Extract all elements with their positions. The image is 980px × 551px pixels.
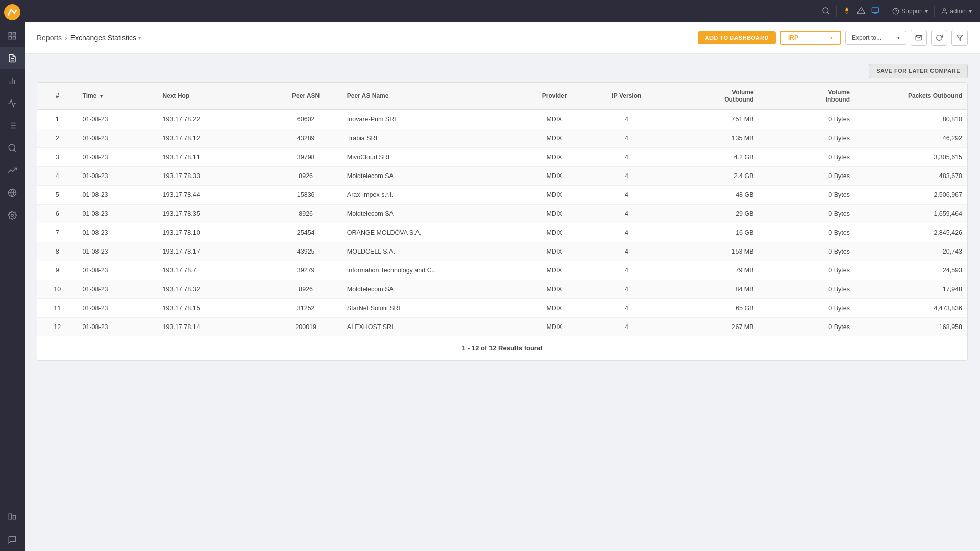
cell-pktout: 2,845,426	[855, 223, 967, 242]
cell-time: 01-08-23	[78, 205, 158, 223]
cell-nexthop: 193.17.78.12	[158, 129, 270, 148]
svg-point-32	[943, 9, 946, 11]
sidebar-item-globe[interactable]	[0, 182, 24, 204]
breadcrumb-reports[interactable]: Reports	[37, 34, 62, 42]
sidebar-item-reports[interactable]	[0, 47, 24, 69]
svg-rect-2	[13, 32, 16, 35]
cell-volin: 0 Bytes	[759, 167, 855, 186]
cell-pktout: 3,305,615	[855, 148, 967, 167]
cell-provider: MDIX	[518, 205, 590, 223]
sidebar-item-analytics[interactable]	[0, 69, 24, 92]
refresh-button[interactable]	[931, 30, 947, 46]
svg-rect-27	[872, 8, 879, 12]
svg-rect-1	[9, 32, 11, 35]
cell-peerasn: 31252	[270, 299, 341, 318]
cell-volout: 153 MB	[663, 242, 758, 261]
cell-peername: Inovare-Prim SRL	[342, 110, 519, 129]
breadcrumb-separator: ›	[65, 34, 67, 42]
col-header-ipver: IP Version	[591, 83, 663, 110]
sidebar-item-compare[interactable]	[0, 506, 24, 529]
cell-peerasn: 8926	[270, 280, 341, 299]
cell-num: 1	[37, 110, 78, 129]
cell-volout: 16 GB	[663, 223, 758, 242]
cell-pktout: 46,292	[855, 129, 967, 148]
export-button[interactable]: Export to... ▾	[845, 31, 906, 45]
cell-volin: 0 Bytes	[759, 186, 855, 205]
admin-menu[interactable]: admin ▾	[941, 8, 972, 15]
support-button[interactable]: Support ▾	[892, 8, 928, 15]
col-header-time[interactable]: Time ▾	[78, 83, 158, 110]
email-button[interactable]	[911, 30, 927, 46]
cell-num: 2	[37, 129, 78, 148]
cell-pktout: 4,473,836	[855, 299, 967, 318]
monitor-icon[interactable]	[871, 7, 879, 16]
save-compare-bar: SAVE FOR LATER COMPARE	[37, 64, 968, 78]
cell-nexthop: 193.17.78.17	[158, 242, 270, 261]
col-header-peerasn: Peer ASN	[270, 83, 341, 110]
svg-rect-22	[13, 515, 16, 519]
svg-rect-21	[9, 514, 11, 519]
cell-time: 01-08-23	[78, 129, 158, 148]
cell-provider: MDIX	[518, 261, 590, 280]
cell-time: 01-08-23	[78, 110, 158, 129]
cell-volout: 2.4 GB	[663, 167, 758, 186]
table-row: 9 01-08-23 193.17.78.7 39279 Information…	[37, 261, 967, 280]
cell-peerasn: 43289	[270, 129, 341, 148]
svg-line-17	[14, 149, 15, 151]
add-to-dashboard-button[interactable]: ADD TO DASHBOARD	[698, 31, 776, 44]
topnav-icons: Support ▾ admin ▾	[822, 6, 972, 17]
col-header-provider: Provider	[518, 83, 590, 110]
cell-peername: Information Technology and C...	[342, 261, 519, 280]
cell-provider: MDIX	[518, 186, 590, 205]
search-icon[interactable]	[822, 7, 830, 16]
save-compare-button[interactable]: SAVE FOR LATER COMPARE	[869, 64, 968, 78]
cell-pktout: 1,659,464	[855, 205, 967, 223]
table-row: 6 01-08-23 193.17.78.35 8926 Moldtelecom…	[37, 205, 967, 223]
filter-button[interactable]	[951, 30, 968, 46]
cell-pktout: 80,810	[855, 110, 967, 129]
irp-chevron-icon: ▾	[830, 35, 833, 40]
cell-num: 6	[37, 205, 78, 223]
logo[interactable]	[0, 0, 24, 24]
cell-peerasn: 43925	[270, 242, 341, 261]
cell-nexthop: 193.17.78.35	[158, 205, 270, 223]
cell-nexthop: 193.17.78.15	[158, 299, 270, 318]
sidebar-item-trends[interactable]	[0, 159, 24, 182]
cell-num: 4	[37, 167, 78, 186]
cell-peername: StarNet Solutii SRL	[342, 299, 519, 318]
cell-num: 8	[37, 242, 78, 261]
cell-pktout: 24,593	[855, 261, 967, 280]
col-header-nexthop: Next Hop	[158, 83, 270, 110]
col-header-pktout: Packets Outbound	[855, 83, 967, 110]
cell-time: 01-08-23	[78, 148, 158, 167]
sidebar-item-list[interactable]	[0, 114, 24, 137]
sidebar-item-search[interactable]	[0, 137, 24, 159]
irp-selector[interactable]: IRP ▾	[780, 31, 841, 45]
sidebar-item-dashboard[interactable]	[0, 24, 24, 47]
table-row: 2 01-08-23 193.17.78.12 43289 Trabia SRL…	[37, 129, 967, 148]
cell-num: 7	[37, 223, 78, 242]
cell-peername: Moldtelecom SA	[342, 280, 519, 299]
cell-volin: 0 Bytes	[759, 280, 855, 299]
svg-point-23	[823, 8, 828, 13]
alert-fire-icon[interactable]	[843, 7, 851, 16]
cell-peerasn: 39798	[270, 148, 341, 167]
table-body: 1 01-08-23 193.17.78.22 60602 Inovare-Pr…	[37, 110, 967, 336]
sidebar-item-chat[interactable]	[0, 529, 24, 551]
cell-nexthop: 193.17.78.33	[158, 167, 270, 186]
cell-nexthop: 193.17.78.14	[158, 318, 270, 337]
sidebar-item-settings[interactable]	[0, 204, 24, 227]
cell-volout: 751 MB	[663, 110, 758, 129]
admin-chevron-icon: ▾	[969, 8, 972, 15]
cell-nexthop: 193.17.78.44	[158, 186, 270, 205]
sidebar-item-routing[interactable]	[0, 92, 24, 114]
svg-marker-33	[957, 35, 963, 41]
cell-volin: 0 Bytes	[759, 110, 855, 129]
cell-ipver: 4	[591, 110, 663, 129]
col-header-peername: Peer AS Name	[342, 83, 519, 110]
table-row: 8 01-08-23 193.17.78.17 43925 MOLDCELL S…	[37, 242, 967, 261]
cell-time: 01-08-23	[78, 318, 158, 337]
cell-num: 12	[37, 318, 78, 337]
alert-triangle-icon[interactable]	[857, 7, 865, 16]
svg-point-16	[9, 144, 15, 151]
